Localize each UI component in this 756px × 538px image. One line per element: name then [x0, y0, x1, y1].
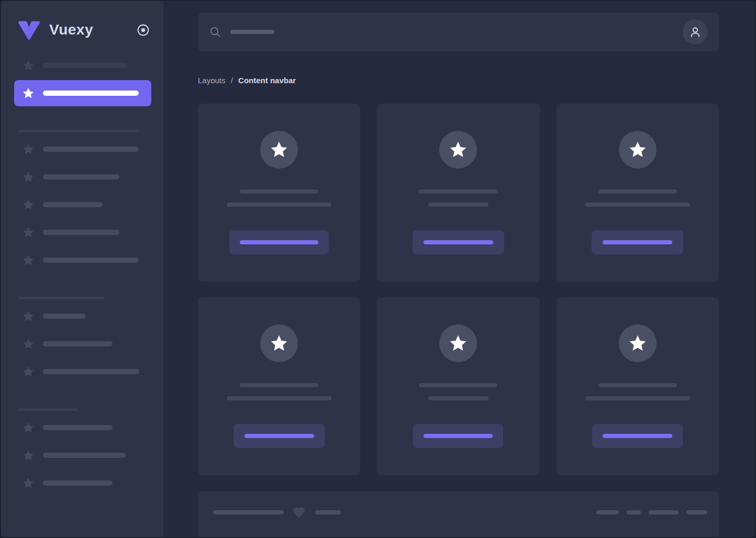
- menu-item-skeleton-bar: [43, 480, 113, 486]
- breadcrumb: Layouts / Content navbar: [198, 76, 719, 85]
- card-action-button[interactable]: [229, 230, 329, 254]
- card-action-button[interactable]: [592, 424, 683, 448]
- menu-item-skeleton-bar: [43, 257, 139, 263]
- user-avatar[interactable]: [683, 19, 708, 44]
- radio-circle-icon[interactable]: [137, 24, 150, 37]
- sidebar: Vuexy: [1, 1, 163, 537]
- sidebar-menu-item[interactable]: [1, 136, 163, 162]
- sidebar-section-header-skeleton: [18, 408, 77, 411]
- sidebar-menu-item[interactable]: [1, 470, 163, 496]
- card-action-button[interactable]: [234, 424, 325, 448]
- footer-row: [198, 491, 719, 533]
- button-skeleton-bar: [424, 240, 493, 244]
- sidebar-section-header-skeleton: [18, 130, 140, 132]
- menu-item-skeleton-bar: [43, 174, 119, 180]
- star-icon: [22, 59, 35, 72]
- footer-skeleton-bar: [596, 510, 619, 514]
- card-skeleton-line: [240, 383, 318, 387]
- menu-item-skeleton-bar: [43, 425, 113, 430]
- star-icon: [628, 140, 647, 159]
- heart-icon[interactable]: [292, 506, 306, 519]
- star-icon: [270, 140, 288, 159]
- content-card: [377, 104, 539, 282]
- card-skeleton-line: [598, 383, 677, 387]
- menu-item-skeleton-bar: [43, 453, 126, 458]
- card-action-button[interactable]: [413, 230, 504, 254]
- star-icon: [22, 449, 35, 462]
- button-skeleton-bar: [603, 434, 672, 438]
- menu-item-skeleton-bar: [43, 230, 119, 235]
- brand-title: Vuexy: [49, 21, 137, 38]
- menu-item-skeleton-bar: [43, 63, 128, 68]
- card-skeleton-line: [585, 203, 690, 207]
- top-navbar: [198, 13, 719, 51]
- person-icon: [688, 25, 702, 39]
- content-card: [557, 297, 719, 475]
- star-icon: [22, 310, 35, 322]
- card-skeleton-line: [227, 203, 331, 207]
- content-card: [377, 297, 539, 475]
- card-action-button[interactable]: [592, 230, 683, 254]
- card-avatar: [260, 324, 298, 362]
- breadcrumb-parent[interactable]: Layouts: [198, 76, 226, 85]
- button-skeleton-bar: [603, 240, 672, 244]
- star-icon: [22, 338, 35, 350]
- card-skeleton-line: [585, 396, 690, 400]
- vuexy-logo-icon: [17, 19, 41, 40]
- menu-item-skeleton-bar: [43, 202, 103, 207]
- sidebar-menu-item[interactable]: [1, 192, 163, 218]
- card-avatar: [260, 131, 298, 169]
- star-icon: [270, 334, 288, 353]
- card-avatar: [619, 131, 657, 169]
- card-skeleton-line: [598, 189, 677, 194]
- sidebar-menu-item[interactable]: [1, 164, 163, 190]
- breadcrumb-separator: /: [231, 76, 233, 85]
- card-action-button[interactable]: [413, 424, 503, 448]
- star-icon: [22, 421, 35, 434]
- sidebar-menu-item[interactable]: [1, 442, 163, 468]
- sidebar-menu-item[interactable]: [1, 219, 163, 245]
- star-icon: [449, 140, 468, 159]
- card-grid: [198, 104, 719, 475]
- star-icon: [22, 365, 35, 378]
- menu-item-skeleton-bar: [43, 91, 139, 96]
- card-avatar: [439, 131, 477, 169]
- footer-card: [198, 491, 719, 538]
- footer-right-group: [596, 510, 707, 514]
- content-card: [557, 104, 719, 282]
- sidebar-menu-item[interactable]: [1, 52, 163, 79]
- sidebar-menu-item[interactable]: [1, 331, 163, 357]
- card-avatar: [619, 324, 657, 362]
- menu-item-skeleton-bar: [43, 313, 86, 319]
- star-icon: [449, 334, 468, 353]
- button-skeleton-bar: [424, 434, 493, 438]
- sidebar-section-header-skeleton: [18, 297, 104, 299]
- star-icon: [22, 226, 35, 239]
- search-icon: [209, 26, 221, 38]
- sidebar-menu-item[interactable]: [1, 247, 163, 273]
- footer-skeleton-bar: [213, 510, 284, 514]
- sidebar-menu-item[interactable]: [1, 303, 163, 329]
- content-card: [198, 297, 360, 475]
- button-skeleton-bar: [244, 434, 314, 438]
- star-icon: [22, 254, 35, 266]
- sidebar-menu-item[interactable]: [1, 414, 163, 441]
- sidebar-menu-item[interactable]: [1, 358, 163, 385]
- star-icon: [22, 143, 35, 155]
- footer-skeleton-bar: [649, 510, 679, 514]
- search-input[interactable]: [209, 26, 683, 38]
- footer-skeleton-bar: [315, 510, 341, 514]
- button-skeleton-bar: [240, 240, 318, 244]
- content-card: [198, 104, 360, 282]
- footer-skeleton-bar: [686, 510, 707, 514]
- footer-skeleton-bar: [627, 510, 641, 514]
- card-skeleton-line: [428, 396, 488, 400]
- menu-item-skeleton-bar: [43, 369, 139, 374]
- menu-item-skeleton-bar: [43, 147, 139, 152]
- sidebar-menu-item[interactable]: [14, 80, 151, 106]
- star-icon: [22, 198, 35, 211]
- card-skeleton-line: [419, 189, 497, 194]
- sidebar-header: Vuexy: [1, 1, 163, 51]
- star-icon: [22, 87, 35, 99]
- app-window: Vuexy: [0, 0, 756, 538]
